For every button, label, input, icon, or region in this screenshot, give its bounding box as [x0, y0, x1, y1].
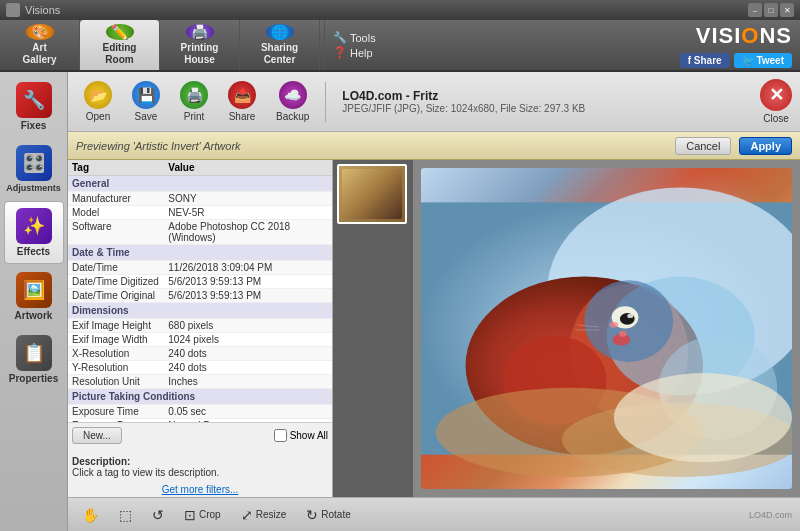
resize-tool[interactable]: ⤢ Resize: [235, 504, 293, 526]
new-tag-button[interactable]: New...: [72, 427, 122, 444]
tools-menu[interactable]: 🔧 Tools: [333, 31, 376, 44]
preview-label: Previewing 'Artistic Invert' Artwork: [76, 140, 667, 152]
hand-icon: ✋: [82, 507, 99, 523]
share-button[interactable]: 📤 Share: [220, 77, 264, 126]
select-tool[interactable]: ⬚: [113, 504, 138, 526]
value-cell: 5/6/2013 9:59:13 PM: [164, 289, 332, 303]
table-row[interactable]: SoftwareAdobe Photoshop CC 2018 (Windows…: [68, 220, 332, 245]
preview-area: [333, 160, 800, 497]
facebook-share-button[interactable]: f Share: [680, 53, 730, 68]
tab-editing-room-label: EditingRoom: [103, 42, 137, 66]
tab-printing-house-label: PrintingHouse: [181, 42, 219, 66]
window-controls: – □ ✕: [748, 3, 794, 17]
help-menu[interactable]: ❓ Help: [333, 46, 376, 59]
tab-editing-room[interactable]: ✏️ EditingRoom: [80, 20, 160, 70]
toolbar: 📂 Open 💾 Save 🖨️ Print 📤 Share ☁️: [68, 72, 800, 132]
section-header: Picture Taking Conditions: [68, 389, 332, 405]
social-buttons: f Share 🐦 Tweet: [680, 53, 792, 68]
backup-button[interactable]: ☁️ Backup: [268, 77, 317, 126]
value-cell: Inches: [164, 375, 332, 389]
table-row[interactable]: Exif Image Height680 pixels: [68, 319, 332, 333]
sidebar-item-artwork[interactable]: 🖼️ Artwork: [4, 266, 64, 327]
tools-icon: 🔧: [333, 31, 347, 44]
table-row[interactable]: Exposure Time0.05 sec: [68, 405, 332, 419]
value-cell: 240 dots: [164, 361, 332, 375]
show-all-checkbox[interactable]: [274, 429, 287, 442]
value-cell: 240 dots: [164, 347, 332, 361]
properties-table: Tag Value GeneralManufacturerSONYModelNE…: [68, 160, 332, 422]
table-row[interactable]: ManufacturerSONY: [68, 192, 332, 206]
section-header: General: [68, 176, 332, 192]
value-cell: SONY: [164, 192, 332, 206]
artwork-icon: 🖼️: [16, 272, 52, 308]
sidebar-item-properties[interactable]: 📋 Properties: [4, 329, 64, 390]
close-button[interactable]: ✕: [760, 79, 792, 111]
app-title: Visions: [25, 4, 748, 16]
app-logo: VISIONS: [696, 23, 792, 49]
tab-sharing-center[interactable]: 🌐 SharingCenter: [240, 20, 320, 70]
file-info: LO4D.com - Fritz JPEG/JFIF (JPG), Size: …: [334, 89, 756, 114]
share-icon: 📤: [228, 81, 256, 109]
get-more-filters-link[interactable]: Get more filters...: [68, 482, 332, 497]
open-button[interactable]: 📂 Open: [76, 77, 120, 126]
tab-printing-house[interactable]: 🖨️ PrintingHouse: [160, 20, 240, 70]
table-row[interactable]: Date/Time Original5/6/2013 9:59:13 PM: [68, 289, 332, 303]
table-row[interactable]: ModelNEV-5R: [68, 206, 332, 220]
value-cell: 11/26/2018 3:09:04 PM: [164, 261, 332, 275]
bottom-toolbar: ✋ ⬚ ↺ ⊡ Crop ⤢ Resize ↻ Rotate LO4D.com: [68, 497, 800, 531]
save-button[interactable]: 💾 Save: [124, 77, 168, 126]
sidebar-item-effects[interactable]: ✨ Effects: [4, 201, 64, 264]
sidebar-item-adjustments[interactable]: 🎛️ Adjustments: [4, 139, 64, 199]
backup-icon: ☁️: [279, 81, 307, 109]
value-cell: 1024 pixels: [164, 333, 332, 347]
printing-house-icon: 🖨️: [186, 24, 214, 40]
maximize-button[interactable]: □: [764, 3, 778, 17]
twitter-tweet-button[interactable]: 🐦 Tweet: [734, 53, 792, 68]
close-window-button[interactable]: ✕: [780, 3, 794, 17]
main-content: 🔧 Fixes 🎛️ Adjustments ✨ Effects 🖼️ Artw…: [0, 72, 800, 531]
save-icon: 💾: [132, 81, 160, 109]
properties-scroll[interactable]: Tag Value GeneralManufacturerSONYModelNE…: [68, 160, 332, 422]
cat-artwork: [421, 168, 792, 489]
minimize-button[interactable]: –: [748, 3, 762, 17]
tab-art-gallery-label: ArtGallery: [23, 42, 57, 66]
thumbnail-1[interactable]: [337, 164, 407, 224]
tab-art-gallery[interactable]: 🎨 ArtGallery: [0, 20, 80, 70]
sidebar-item-fixes[interactable]: 🔧 Fixes: [4, 76, 64, 137]
description-text: Click a tag to view its description.: [72, 467, 328, 478]
value-cell: NEV-5R: [164, 206, 332, 220]
left-sidebar: 🔧 Fixes 🎛️ Adjustments ✨ Effects 🖼️ Artw…: [0, 72, 68, 531]
toolbar-group: 📂 Open 💾 Save 🖨️ Print 📤 Share ☁️: [76, 77, 317, 126]
tag-cell: Y-Resolution: [68, 361, 164, 375]
tag-cell: Date/Time Digitized: [68, 275, 164, 289]
crop-icon: ⊡: [184, 507, 196, 523]
properties-label: Properties: [9, 373, 58, 384]
toolbar-divider: [325, 82, 326, 122]
preview-cancel-button[interactable]: Cancel: [675, 137, 731, 155]
hand-tool[interactable]: ✋: [76, 504, 105, 526]
crop-tool[interactable]: ⊡ Crop: [178, 504, 227, 526]
rotate-left-tool[interactable]: ↺: [146, 504, 170, 526]
table-row[interactable]: Date/Time11/26/2018 3:09:04 PM: [68, 261, 332, 275]
value-cell: 680 pixels: [164, 319, 332, 333]
svg-point-18: [619, 331, 626, 337]
table-row[interactable]: Resolution UnitInches: [68, 375, 332, 389]
table-row[interactable]: Exif Image Width1024 pixels: [68, 333, 332, 347]
table-row[interactable]: X-Resolution240 dots: [68, 347, 332, 361]
tag-cell: Exif Image Width: [68, 333, 164, 347]
effects-icon: ✨: [16, 208, 52, 244]
preview-apply-button[interactable]: Apply: [739, 137, 792, 155]
sharing-center-icon: 🌐: [266, 24, 294, 40]
thumbnail-strip: [333, 160, 413, 497]
value-cell: 5/6/2013 9:59:13 PM: [164, 275, 332, 289]
editing-room-icon: ✏️: [106, 24, 134, 40]
value-cell: 0.05 sec: [164, 405, 332, 419]
description-section: Description: Click a tag to view its des…: [68, 452, 332, 482]
preview-bar: Previewing 'Artistic Invert' Artwork Can…: [68, 132, 800, 160]
table-row[interactable]: Y-Resolution240 dots: [68, 361, 332, 375]
print-button[interactable]: 🖨️ Print: [172, 77, 216, 126]
two-panel: Tag Value GeneralManufacturerSONYModelNE…: [68, 160, 800, 497]
table-row[interactable]: Date/Time Digitized5/6/2013 9:59:13 PM: [68, 275, 332, 289]
tag-column-header: Tag: [68, 160, 164, 176]
rotate-tool[interactable]: ↻ Rotate: [300, 504, 356, 526]
